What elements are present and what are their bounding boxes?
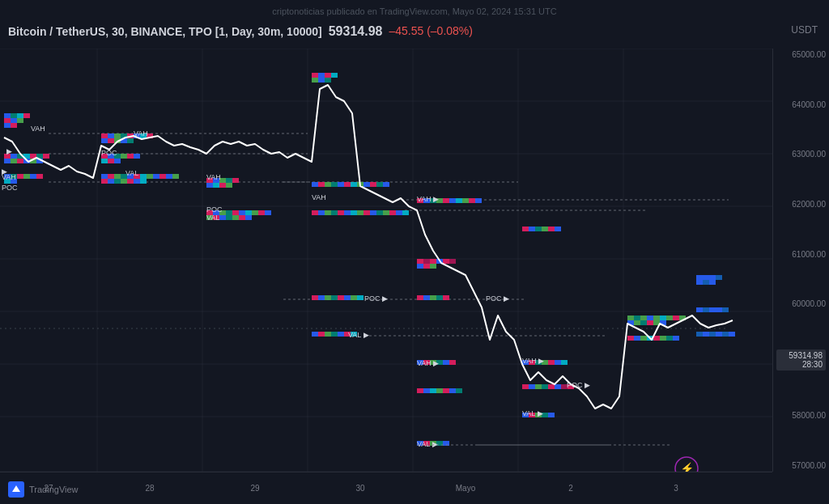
svg-rect-231 <box>555 384 561 389</box>
svg-rect-67 <box>127 138 134 143</box>
currency-label: USDT <box>791 24 818 36</box>
svg-rect-165 <box>318 332 325 337</box>
svg-rect-87 <box>166 174 172 179</box>
svg-rect-117 <box>219 215 226 220</box>
svg-rect-276 <box>709 332 716 337</box>
svg-rect-104 <box>226 183 232 188</box>
svg-rect-148 <box>357 210 363 215</box>
svg-rect-108 <box>226 210 232 215</box>
svg-rect-242 <box>647 316 653 320</box>
svg-rect-263 <box>703 275 709 280</box>
svg-rect-143 <box>325 210 331 215</box>
svg-rect-207 <box>456 388 462 393</box>
svg-rect-229 <box>542 384 548 389</box>
svg-rect-163 <box>357 295 363 300</box>
chart-header: Bitcoin / TetherUS, 30, BINANCE, TPO [1,… <box>8 24 821 39</box>
svg-rect-109 <box>232 210 239 215</box>
price-change: –45.55 (–0.08%) <box>389 24 473 39</box>
svg-text:VAL: VAL <box>206 214 219 222</box>
time-label-3: 3 <box>674 484 678 493</box>
svg-rect-92 <box>121 179 127 184</box>
time-label-2: 2 <box>568 484 573 493</box>
svg-rect-113 <box>258 210 265 215</box>
svg-text:▶: ▶ <box>2 167 7 176</box>
svg-text:VAL: VAL <box>125 169 138 177</box>
svg-rect-267 <box>703 280 709 285</box>
svg-rect-145 <box>338 210 344 215</box>
tradingview-logo: TradingView <box>8 481 79 498</box>
svg-text:VAH ▶: VAH ▶ <box>417 195 439 203</box>
svg-text:VAH: VAH <box>134 129 148 138</box>
svg-rect-55 <box>101 133 108 138</box>
svg-rect-149 <box>363 210 370 215</box>
price-label: 62000.00 <box>776 200 826 209</box>
svg-rect-49 <box>17 174 23 179</box>
svg-text:VAL ▶: VAL ▶ <box>417 440 438 448</box>
svg-rect-50 <box>23 174 30 179</box>
svg-rect-56 <box>108 133 114 138</box>
svg-rect-139 <box>376 182 383 187</box>
svg-rect-158 <box>325 295 331 300</box>
svg-rect-38 <box>11 159 17 163</box>
svg-rect-216 <box>542 227 548 231</box>
svg-rect-259 <box>660 336 666 341</box>
svg-rect-246 <box>673 316 679 320</box>
svg-rect-175 <box>443 198 449 203</box>
svg-text:▶: ▶ <box>6 147 12 155</box>
svg-rect-75 <box>108 159 114 163</box>
svg-rect-192 <box>430 295 436 300</box>
svg-rect-26 <box>11 113 17 118</box>
svg-rect-119 <box>232 215 239 220</box>
svg-rect-114 <box>265 210 271 215</box>
svg-text:VAH ▶: VAH ▶ <box>522 357 544 365</box>
svg-rect-138 <box>370 182 376 187</box>
svg-rect-199 <box>443 360 449 365</box>
svg-rect-152 <box>383 210 389 215</box>
svg-rect-204 <box>436 388 443 393</box>
svg-rect-30 <box>4 123 11 128</box>
svg-rect-183 <box>430 259 436 264</box>
svg-text:POC: POC <box>206 205 223 214</box>
svg-rect-121 <box>245 215 252 220</box>
time-label-30: 30 <box>355 484 364 493</box>
svg-rect-214 <box>529 227 535 231</box>
svg-rect-180 <box>475 198 482 203</box>
svg-rect-167 <box>331 332 338 337</box>
svg-rect-194 <box>443 295 449 300</box>
svg-rect-193 <box>436 295 443 300</box>
svg-rect-240 <box>634 316 640 320</box>
svg-rect-168 <box>338 332 344 337</box>
svg-rect-249 <box>634 320 640 325</box>
svg-text:VAH ▶: VAH ▶ <box>417 359 439 367</box>
svg-rect-51 <box>30 174 36 179</box>
svg-rect-272 <box>716 307 722 312</box>
svg-rect-37 <box>4 159 11 163</box>
svg-rect-189 <box>430 264 436 269</box>
svg-rect-187 <box>417 264 423 269</box>
price-label: 61000.00 <box>776 250 826 259</box>
svg-rect-271 <box>709 307 716 312</box>
svg-rect-278 <box>722 332 729 337</box>
svg-rect-111 <box>245 210 252 215</box>
svg-rect-239 <box>627 316 634 320</box>
current-price: 59314.98 <box>329 24 383 39</box>
svg-rect-78 <box>108 174 114 179</box>
svg-rect-200 <box>449 360 456 365</box>
svg-rect-133 <box>338 182 344 187</box>
svg-rect-155 <box>402 210 409 215</box>
svg-rect-243 <box>653 316 660 320</box>
svg-rect-137 <box>363 182 370 187</box>
svg-text:POC: POC <box>2 184 18 192</box>
svg-rect-274 <box>696 332 703 337</box>
svg-rect-127 <box>325 78 331 83</box>
svg-rect-132 <box>331 182 338 187</box>
svg-rect-226 <box>522 384 529 389</box>
time-label-mayo: Mayo <box>456 484 475 493</box>
svg-rect-218 <box>555 227 561 231</box>
current-price-label: 59314.9828:30 <box>776 349 826 371</box>
svg-rect-225 <box>561 360 568 365</box>
svg-rect-159 <box>331 295 338 300</box>
price-label: 58000.00 <box>776 411 826 420</box>
svg-rect-147 <box>351 210 357 215</box>
svg-rect-84 <box>147 174 153 179</box>
